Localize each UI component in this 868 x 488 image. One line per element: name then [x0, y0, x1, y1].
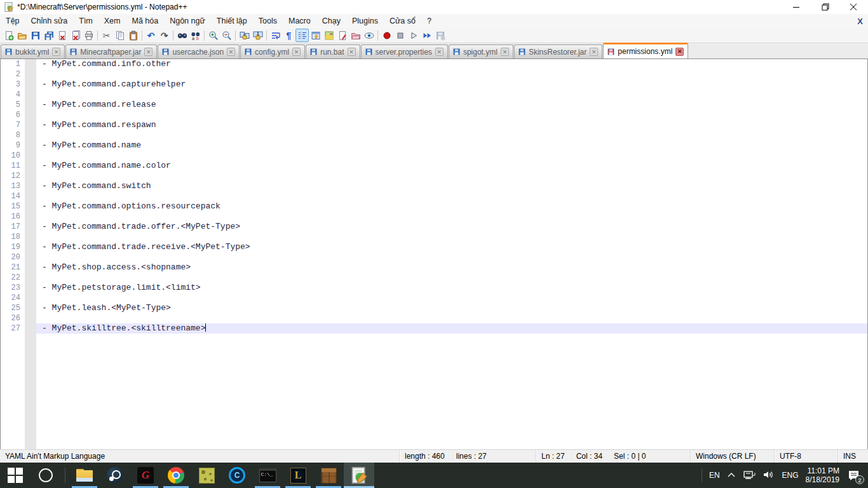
line-number[interactable]: 22 — [1, 273, 25, 283]
line-number[interactable]: 25 — [1, 303, 25, 313]
macro-stop-icon[interactable] — [393, 29, 407, 42]
line-number[interactable]: 26 — [1, 313, 25, 323]
print-icon[interactable] — [82, 29, 95, 42]
bookmark-margin[interactable] — [25, 90, 36, 100]
line-number[interactable]: 14 — [1, 191, 25, 201]
menu-item-tools[interactable]: Tools — [253, 15, 283, 27]
line-number[interactable]: 4 — [1, 90, 25, 100]
bookmark-margin[interactable] — [25, 151, 36, 161]
monitoring-icon[interactable] — [362, 29, 376, 42]
menu-item-ch-y[interactable]: Chạy — [316, 15, 346, 27]
menu-item-plugins[interactable]: Plugins — [346, 15, 384, 27]
tab-skinsrestorer-jar[interactable]: SkinsRestorer.jar✕ — [514, 44, 602, 58]
line-number[interactable]: 20 — [1, 252, 25, 262]
line-number[interactable]: 9 — [1, 140, 25, 151]
bookmark-margin[interactable] — [25, 201, 36, 212]
save-all-icon[interactable] — [42, 29, 55, 42]
editor[interactable]: 1- MyPet.command.info.other23- MyPet.com… — [0, 59, 868, 449]
menu-item-macro[interactable]: Macro — [283, 15, 316, 27]
tray-volume-icon[interactable] — [763, 470, 775, 482]
bookmark-margin[interactable] — [25, 262, 36, 273]
cut-icon[interactable]: ✂ — [100, 29, 113, 42]
file-explorer-icon[interactable] — [69, 463, 100, 488]
tab-close-icon[interactable]: ✕ — [675, 48, 684, 56]
bookmark-margin[interactable] — [25, 303, 36, 313]
start-button[interactable] — [0, 463, 31, 488]
paste-icon[interactable] — [126, 29, 140, 42]
chrome-icon[interactable] — [161, 463, 191, 488]
line-number[interactable]: 3 — [1, 79, 25, 90]
restore-button[interactable] — [811, 0, 839, 14]
bookmark-margin[interactable] — [25, 232, 36, 242]
status-encoding[interactable]: UTF-8 — [774, 450, 837, 463]
bookmark-margin[interactable] — [25, 100, 36, 110]
league-of-legends-icon[interactable]: L — [283, 463, 313, 488]
menu-item-?[interactable]: ? — [421, 15, 437, 27]
bookmark-margin[interactable] — [25, 222, 36, 232]
macro-play-icon[interactable] — [407, 29, 420, 42]
bookmark-margin[interactable] — [25, 273, 36, 283]
line-number[interactable]: 1 — [1, 59, 25, 69]
tab-spigot-yml[interactable]: spigot.yml✕ — [449, 44, 513, 58]
tab-close-icon[interactable]: ✕ — [227, 48, 235, 56]
macro-record-icon[interactable] — [380, 29, 393, 42]
sync-horizontal-scroll-icon[interactable] — [251, 29, 264, 42]
tab-minecraftpaper-jar[interactable]: Minecraftpaper.jar✕ — [65, 44, 157, 58]
tab-close-icon[interactable]: ✕ — [292, 48, 301, 56]
macro-run-multiple-icon[interactable] — [420, 29, 433, 42]
line-number[interactable]: 5 — [1, 100, 25, 110]
close-document-icon[interactable] — [55, 29, 69, 42]
line-number[interactable]: 13 — [1, 181, 25, 191]
line-number[interactable]: 11 — [1, 161, 25, 171]
show-all-characters-icon[interactable]: ¶ — [282, 29, 295, 42]
bookmark-margin[interactable] — [25, 283, 36, 293]
line-number[interactable]: 12 — [1, 171, 25, 181]
tab-close-icon[interactable]: ✕ — [348, 48, 356, 56]
line-number[interactable]: 15 — [1, 201, 25, 212]
steam-icon[interactable] — [100, 463, 130, 488]
tray-language[interactable]: EN — [709, 471, 720, 480]
tab-config-yml[interactable]: config.yml✕ — [240, 44, 305, 58]
status-doc-type[interactable]: YAML Ain't Markup Language — [0, 450, 399, 463]
bookmark-margin[interactable] — [25, 252, 36, 262]
zoom-out-icon[interactable] — [220, 29, 233, 42]
tab-close-icon[interactable]: ✕ — [52, 48, 60, 56]
tab-usercache-json[interactable]: usercache.json✕ — [158, 44, 240, 58]
tab-close-icon[interactable]: ✕ — [501, 48, 509, 56]
menu-item-thi-t-l-p[interactable]: Thiết lập — [211, 15, 253, 27]
command-prompt-icon[interactable]: C:\_ — [252, 463, 283, 488]
cortana-button[interactable] — [31, 463, 61, 488]
replace-icon[interactable]: ab — [189, 29, 202, 42]
line-number[interactable]: 16 — [1, 212, 25, 222]
line-number[interactable]: 27 — [1, 323, 25, 334]
minecraft-crafting-table-icon[interactable] — [313, 463, 344, 488]
status-cursor-position[interactable]: Ln : 27 Col : 34 Sel : 0 | 0 — [536, 450, 690, 463]
function-list-icon[interactable] — [336, 29, 349, 42]
line-number[interactable]: 21 — [1, 262, 25, 273]
bookmark-margin[interactable] — [25, 140, 36, 151]
line-number[interactable]: 23 — [1, 283, 25, 293]
line-number[interactable]: 10 — [1, 151, 25, 161]
bookmark-margin[interactable] — [25, 130, 36, 140]
menu-item-m-h-a[interactable]: Mã hóa — [126, 15, 164, 27]
tab-permissions-yml[interactable]: permissions.yml✕ — [603, 43, 688, 58]
menu-item-ch-nh-s-a[interactable]: Chỉnh sửa — [25, 15, 74, 27]
bookmark-margin[interactable] — [25, 323, 36, 334]
close-document-x-button[interactable]: X — [857, 17, 863, 26]
sync-vertical-scroll-icon[interactable] — [238, 29, 251, 42]
menu-item-xem[interactable]: Xem — [98, 15, 126, 27]
save-icon[interactable] — [29, 29, 42, 42]
bookmark-margin[interactable] — [25, 120, 36, 130]
line-number[interactable]: 19 — [1, 242, 25, 252]
bookmark-margin[interactable] — [25, 212, 36, 222]
minimize-button[interactable] — [782, 0, 811, 14]
bookmark-margin[interactable] — [25, 191, 36, 201]
menu-item-t-m[interactable]: Tìm — [73, 15, 98, 27]
document-map-icon[interactable] — [322, 29, 336, 42]
tab-server-properties[interactable]: server.properties✕ — [361, 44, 448, 58]
bookmark-margin[interactable] — [25, 69, 36, 79]
coccoc-browser-icon[interactable]: C — [222, 463, 252, 488]
line-number[interactable]: 17 — [1, 222, 25, 232]
bookmark-margin[interactable] — [25, 79, 36, 90]
bookmark-margin[interactable] — [25, 242, 36, 252]
